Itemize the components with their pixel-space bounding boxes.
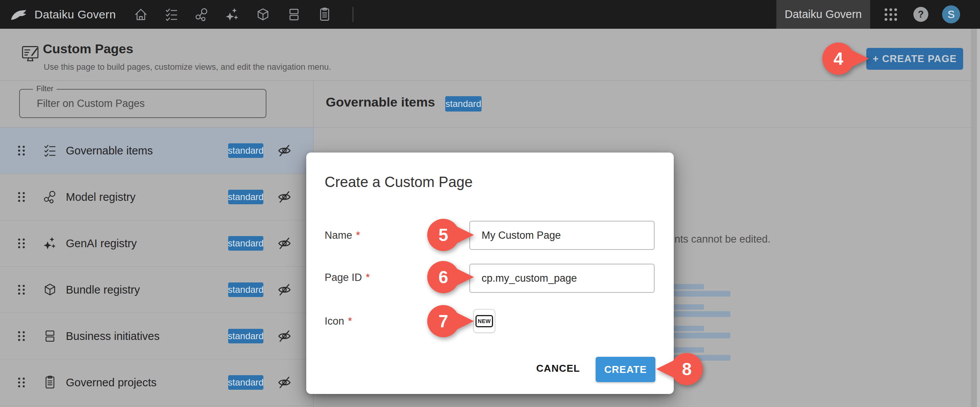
field-label-text: Page ID <box>325 272 362 283</box>
brand-home-link[interactable]: Dataiku Govern <box>10 0 116 29</box>
callout-number: 6 <box>427 261 459 293</box>
callout-number: 5 <box>427 219 459 251</box>
help-icon[interactable]: ? <box>913 7 928 22</box>
skeleton-bar <box>674 311 730 317</box>
governable-items-icon <box>43 144 57 158</box>
standard-badge: standard <box>228 329 263 343</box>
field-label-text: Name <box>325 230 352 241</box>
list-item-genai-registry[interactable]: GenAI registry standard <box>0 220 313 267</box>
governable-items-icon[interactable] <box>164 7 179 22</box>
header-divider <box>0 80 971 81</box>
callout-8: 8 <box>655 353 703 385</box>
business-initiatives-icon <box>43 329 57 343</box>
icon-picker-button[interactable]: NEW <box>473 309 495 333</box>
page-id-field-label: Page ID* <box>325 270 370 285</box>
dataiku-logo-icon <box>10 6 28 23</box>
list-item-label: Model registry <box>66 191 136 204</box>
app-root: Dataiku Govern <box>0 0 980 407</box>
genai-registry-icon <box>43 236 57 251</box>
filter-input[interactable] <box>20 90 266 117</box>
standard-badge: standard <box>228 375 263 390</box>
filter-field <box>19 89 266 118</box>
governed-projects-icon[interactable] <box>317 7 332 22</box>
list-item-label: GenAI registry <box>66 237 137 250</box>
visibility-off-icon[interactable] <box>276 143 292 159</box>
visibility-off-icon[interactable] <box>276 328 292 344</box>
visibility-off-icon[interactable] <box>276 235 292 251</box>
page-subtitle: Use this page to build pages, customize … <box>44 62 331 72</box>
name-field-label: Name* <box>325 228 360 243</box>
standard-badge: standard <box>228 190 263 204</box>
create-button[interactable]: CREATE <box>596 357 655 382</box>
scrollbar-thumb[interactable] <box>977 29 980 407</box>
callout-number: 4 <box>822 43 854 75</box>
top-navbar: Dataiku Govern <box>0 0 980 29</box>
callout-number: 7 <box>427 305 459 337</box>
model-registry-icon <box>43 190 57 204</box>
field-label-text: Icon <box>325 315 344 327</box>
required-asterisk: * <box>366 272 370 283</box>
visibility-off-icon[interactable] <box>276 374 292 391</box>
list-item-label: Bundle registry <box>66 284 140 296</box>
brand-name: Dataiku Govern <box>34 8 116 21</box>
filter-field-label: Filter <box>33 84 57 93</box>
apps-grid-icon[interactable] <box>884 7 898 22</box>
model-registry-icon[interactable] <box>194 7 209 22</box>
visibility-off-icon[interactable] <box>276 189 292 205</box>
avatar-initial: S <box>947 8 955 21</box>
governed-projects-icon <box>43 376 57 390</box>
list-item-governable-items[interactable]: Governable items standard <box>0 128 313 174</box>
callout-5: 5 <box>427 219 475 251</box>
custom-pages-list: Governable items standard Model registry… <box>0 128 313 407</box>
navbar-divider <box>353 7 353 22</box>
icon-field-label: Icon* <box>325 313 352 329</box>
user-avatar[interactable]: S <box>942 5 960 23</box>
genai-registry-icon[interactable] <box>225 7 240 22</box>
callout-6: 6 <box>427 261 475 293</box>
custom-pages-icon <box>21 44 40 63</box>
list-item-label: Business initiatives <box>66 330 160 343</box>
callout-7: 7 <box>427 305 475 337</box>
standard-badge: standard <box>228 236 263 251</box>
page-title: Custom Pages <box>43 41 133 56</box>
skeleton-bar <box>674 347 704 353</box>
main-panel-title: Governable items <box>326 95 435 110</box>
skeleton-bar <box>674 291 730 297</box>
page-id-input[interactable] <box>469 264 655 293</box>
list-item-label: Governed projects <box>66 376 157 389</box>
required-asterisk: * <box>356 230 360 241</box>
list-item-model-registry[interactable]: Model registry standard <box>0 174 313 220</box>
skeleton-bar <box>674 326 704 331</box>
callout-4: 4 <box>822 43 871 75</box>
help-glyph: ? <box>918 9 924 20</box>
skeleton-bar <box>674 304 704 310</box>
visibility-off-icon[interactable] <box>276 282 292 298</box>
drag-handle-icon[interactable] <box>17 144 26 158</box>
create-custom-page-dialog: Create a Custom Page Name* Page ID* Icon… <box>306 153 674 394</box>
standard-badge: standard <box>445 96 482 112</box>
cancel-button[interactable]: CANCEL <box>534 358 582 378</box>
create-page-button[interactable]: + CREATE PAGE <box>866 48 963 70</box>
app-switcher-tab[interactable]: Dataiku Govern <box>776 0 870 29</box>
list-item-bundle-registry[interactable]: Bundle registry standard <box>0 267 313 313</box>
drag-handle-icon[interactable] <box>17 376 26 389</box>
required-asterisk: * <box>348 315 352 327</box>
dialog-title: Create a Custom Page <box>325 174 473 190</box>
skeleton-bar <box>674 284 704 289</box>
standard-badge: standard <box>228 143 263 158</box>
bundle-registry-icon <box>43 283 57 297</box>
drag-handle-icon[interactable] <box>17 329 26 343</box>
callout-number: 8 <box>671 353 703 385</box>
list-item-business-initiatives[interactable]: Business initiatives standard <box>0 313 313 359</box>
list-item-governed-projects[interactable]: Governed projects standard <box>0 359 313 406</box>
home-icon[interactable] <box>134 7 148 22</box>
bundle-registry-icon[interactable] <box>256 7 270 22</box>
standard-badge: standard <box>228 282 263 297</box>
business-initiatives-icon[interactable] <box>287 7 301 22</box>
name-input[interactable] <box>469 221 655 250</box>
drag-handle-icon[interactable] <box>17 283 26 297</box>
skeleton-bar <box>674 333 730 338</box>
list-item-label: Governable items <box>66 144 153 157</box>
drag-handle-icon[interactable] <box>17 236 26 250</box>
drag-handle-icon[interactable] <box>17 190 26 204</box>
